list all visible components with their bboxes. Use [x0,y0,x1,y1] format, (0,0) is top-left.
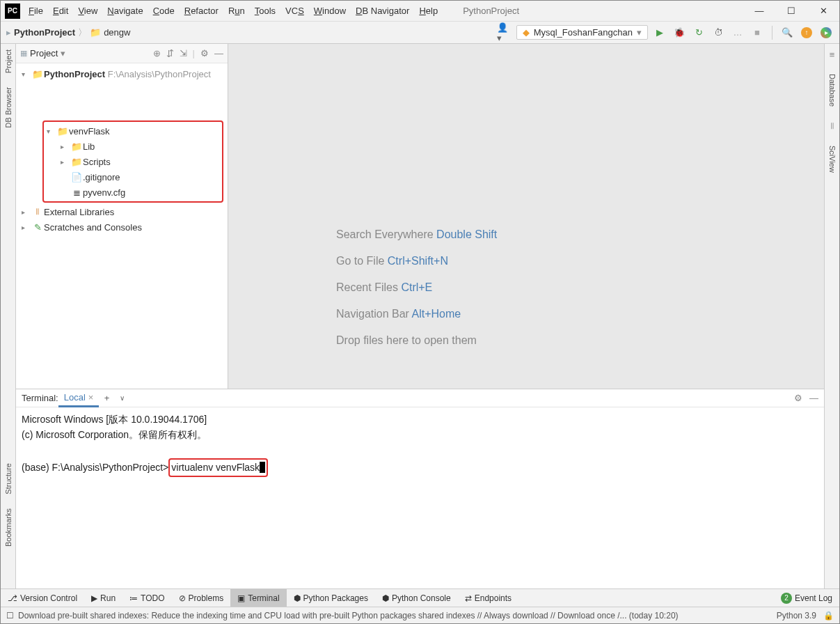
project-tree[interactable]: ▾ 📁 PythonProject F:\Analysis\PythonProj… [16,63,228,237]
tree-scratches[interactable]: Scratches and Consoles [44,222,142,233]
breadcrumb-folder[interactable]: dengw [104,27,130,38]
attach-button[interactable]: … [730,25,745,40]
search-icon[interactable]: 🔍 [779,25,795,40]
menu-help[interactable]: Help [415,6,442,16]
status-message[interactable]: Download pre-built shared indexes: Reduc… [18,611,679,621]
bt-problems[interactable]: ⊘Problems [172,589,231,607]
tab-bookmarks-side[interactable]: Bookmarks [4,508,13,547]
tab-sciview-side[interactable]: SciView [828,146,837,173]
jetbrains-icon[interactable]: ▸ [818,25,834,40]
bt-version-control[interactable]: ⎇Version Control [1,589,84,607]
breadcrumb-project[interactable]: PythonProject [14,27,75,38]
term-cmd: virtualenv venvFlask [171,462,260,473]
close-button[interactable]: ✕ [807,1,839,22]
tab-database-side[interactable]: Database [828,74,837,107]
tree-gitignore[interactable]: .gitignore [83,172,120,182]
expand-all-icon[interactable]: ⇵ [166,48,174,58]
terminal-panel: Terminal: Local× + ∨ ⚙ — Microsoft Windo… [16,389,824,588]
terminal-add-tab[interactable]: + [99,391,114,406]
project-panel: ▦ Project ▾ ⊕ ⇵ ⇲ | ⚙ — [16,44,228,389]
tree-external-libs[interactable]: External Libraries [44,207,114,217]
menu-run[interactable]: Run [224,6,249,16]
editor-area[interactable]: Search Everywhere Double Shift Go to Fil… [228,44,824,389]
terminal-title: Terminal: [22,393,58,403]
tree-pyvenv[interactable]: pyvenv.cfg [83,187,125,198]
term-line1: Microsoft Windows [版本 10.0.19044.1706] [22,412,818,427]
menubar: File Edit View Navigate Code Refactor Ru… [24,6,442,16]
profile-button[interactable]: ⏱ [711,25,726,40]
terminal-tabs: Terminal: Local× + ∨ ⚙ — [16,389,824,407]
app-title: PythonProject [463,6,519,16]
user-icon[interactable]: 👤▾ [497,25,512,40]
bt-todo[interactable]: ≔TODO [122,589,171,607]
menu-navigate[interactable]: Navigate [103,6,147,16]
titlebar: PC File Edit View Navigate Code Refactor… [1,1,839,22]
bt-python-console[interactable]: ⬢Python Console [375,589,458,607]
tree-root-path: F:\Analysis\PythonProject [108,69,211,79]
collapse-all-icon[interactable]: ⇲ [180,48,187,58]
left-gutter: Project DB Browser Structure Bookmarks [1,44,16,588]
terminal-hide-icon[interactable]: — [809,393,818,403]
menu-edit[interactable]: Edit [49,6,72,16]
tree-root-name[interactable]: PythonProject [44,69,105,79]
tab-structure-side[interactable]: Structure [4,463,13,494]
cursor [260,462,265,473]
python-interpreter[interactable]: Python 3.9 [770,611,823,621]
tab-dbbrowser-side[interactable]: DB Browser [4,87,13,128]
project-panel-title[interactable]: Project [30,48,58,58]
menu-dbnav[interactable]: DB Navigator [351,6,413,16]
status-icon[interactable]: ☐ [6,611,14,621]
bt-terminal[interactable]: ▣Terminal [230,589,286,607]
menu-view[interactable]: View [74,6,102,16]
term-line2: (c) Microsoft Corporation。保留所有权利。 [22,427,818,442]
run-config-selector[interactable]: ◆ Mysql_FoshanFangchan ▾ [516,25,648,40]
hide-panel-icon[interactable]: — [214,48,223,58]
bt-endpoints[interactable]: ⇄Endpoints [458,589,518,607]
tree-venv[interactable]: venvFlask [69,126,110,136]
navbar: ▸ PythonProject 〉 📁 dengw 👤▾ ◆ Mysql_Fos… [1,22,839,44]
right-gutter: ≡ Database ⫴ SciView [824,44,839,588]
body: Project DB Browser Structure Bookmarks ▦… [1,44,839,588]
empty-hints: Search Everywhere Double Shift Go to Fil… [336,228,497,361]
ide-window: PC File Edit View Navigate Code Refactor… [0,0,840,624]
bt-run[interactable]: ▶Run [84,589,122,607]
settings-icon[interactable]: ⚙ [200,48,209,58]
menu-tools[interactable]: Tools [251,6,280,16]
menu-code[interactable]: Code [149,6,179,16]
app-icon: PC [5,3,20,19]
bt-event-log[interactable]: 2 Event Log [774,589,839,607]
run-config-label: Mysql_FoshanFangchan [534,27,633,38]
terminal-body[interactable]: Microsoft Windows [版本 10.0.19044.1706] (… [16,407,824,588]
maximize-button[interactable]: ☐ [775,1,807,22]
statusbar: ☐ Download pre-built shared indexes: Red… [1,607,839,623]
select-opened-icon[interactable]: ⊕ [153,48,161,58]
tree-scripts[interactable]: Scripts [83,157,111,167]
coverage-button[interactable]: ↻ [691,25,706,40]
venv-highlight: ▾ 📁 venvFlask ▸ 📁 Lib ▸ 📁 [42,120,223,203]
menu-window[interactable]: Window [310,6,350,16]
window-controls: ― ☐ ✕ [743,1,839,22]
blurred-area [42,81,228,119]
breadcrumb[interactable]: ▸ PythonProject 〉 📁 dengw [6,26,130,39]
run-button[interactable]: ▶ [652,25,667,40]
menu-vcs[interactable]: VCS [281,6,308,16]
terminal-dropdown[interactable]: ∨ [114,391,129,406]
menu-file[interactable]: File [24,6,47,16]
project-panel-header: ▦ Project ▾ ⊕ ⇵ ⇲ | ⚙ — [16,44,228,63]
stop-button[interactable]: ■ [750,25,765,40]
bt-python-packages[interactable]: ⬢Python Packages [287,589,375,607]
menu-refactor[interactable]: Refactor [180,6,223,16]
tree-lib[interactable]: Lib [83,141,95,152]
debug-button[interactable]: 🐞 [672,25,687,40]
lock-icon[interactable]: 🔒 [823,611,834,621]
term-prompt: (base) F:\Analysis\PythonProject> [22,462,168,473]
minimize-button[interactable]: ― [743,1,775,22]
ide-update-icon[interactable]: ↑ [799,25,814,40]
terminal-settings-icon[interactable]: ⚙ [794,393,802,403]
bottom-toolbar: ⎇Version Control ▶Run ≔TODO ⊘Problems ▣T… [1,588,839,607]
terminal-tab-local[interactable]: Local× [58,389,100,407]
tab-project-side[interactable]: Project [4,49,13,73]
